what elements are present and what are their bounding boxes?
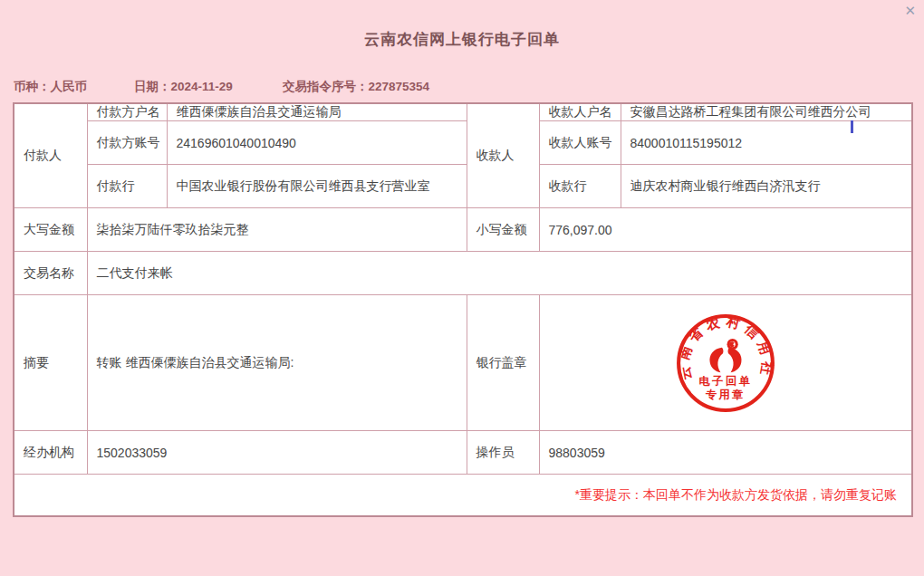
text-cursor [851,120,853,133]
table-row: 摘要 转账 维西傈僳族自治县交通运输局: 银行盖章 云南省农村信用社 [14,295,912,431]
payee-bank-label: 收款行 [539,165,621,208]
amount-figures-value: 776,097.00 [539,208,912,252]
table-row: *重要提示：本回单不作为收款方发货依据，请勿重复记账 [14,475,912,517]
summary-label: 摘要 [14,295,87,431]
page-title: 云南农信网上银行电子回单 [0,29,924,50]
payer-account-value: 24169601040010490 [167,121,467,165]
amount-words-value: 柒拾柒万陆仟零玖拾柒元整 [87,208,467,252]
currency-label: 币种： [14,80,51,93]
summary-value: 转账 维西傈僳族自治县交通运输局: [87,295,467,431]
serial-value: 227875354 [369,80,430,93]
seal-arc-text: 云南省农村信用社 [676,313,775,381]
date-field: 日期：2024-11-29 [134,79,283,95]
operator-value: 98803059 [539,431,912,475]
payee-account-label: 收款人账号 [539,121,621,165]
serial-field: 交易指令序号：227875354 [283,79,429,95]
svg-text:云南省农村信用社: 云南省农村信用社 [676,313,775,381]
close-icon[interactable]: ✕ [904,4,916,17]
payer-bank-value: 中国农业银行股份有限公司维西县支行营业室 [167,165,467,208]
date-label: 日期： [134,80,171,93]
payer-bank-label: 付款行 [87,165,167,208]
table-row: 付款方账号 24169601040010490 收款人账号 8400010115… [14,121,912,165]
bank-seal-label: 银行盖章 [467,295,539,431]
payee-name-label: 收款人户名 [539,103,621,121]
receipt-page: ✕ 云南农信网上银行电子回单 币种：人民币日期：2024-11-29交易指令序号… [0,0,924,576]
bank-seal-cell: 云南省农村信用社 电子回单 专用章 [539,295,912,431]
meta-row: 币种：人民币日期：2024-11-29交易指令序号：227875354 [14,79,910,95]
payee-group-label: 收款人 [467,103,539,208]
payer-group-label: 付款人 [14,103,87,208]
operator-label: 操作员 [467,431,539,475]
important-notice: *重要提示：本回单不作为收款方发货依据，请勿重复记账 [14,475,912,517]
receipt-table: 付款人 付款方户名 维西傈僳族自治县交通运输局 收款人 收款人户名 安徽昌达路桥… [13,102,913,517]
serial-label: 交易指令序号： [283,80,369,93]
payer-account-label: 付款方账号 [87,121,167,165]
payee-name-value: 安徽昌达路桥工程集团有限公司维西分公司 [621,103,912,121]
table-row: 大写金额 柒拾柒万陆仟零玖拾柒元整 小写金额 776,097.00 [14,208,912,252]
table-row: 付款人 付款方户名 维西傈僳族自治县交通运输局 收款人 收款人户名 安徽昌达路桥… [14,103,912,121]
transaction-name-label: 交易名称 [14,252,87,295]
agency-label: 经办机构 [14,431,87,475]
amount-words-label: 大写金额 [14,208,87,252]
table-row: 付款行 中国农业银行股份有限公司维西县支行营业室 收款行 迪庆农村商业银行维西白… [14,165,912,208]
payee-account-value: 8400010115195012 [621,121,912,165]
rural-credit-logo-icon [709,339,741,372]
currency-field: 币种：人民币 [14,79,134,95]
payer-name-value: 维西傈僳族自治县交通运输局 [167,103,467,121]
amount-figures-label: 小写金额 [467,208,539,252]
seal-line2: 专用章 [705,388,746,400]
payer-name-label: 付款方户名 [87,103,167,121]
currency-value: 人民币 [51,80,88,93]
transaction-name-value: 二代支付来帐 [87,252,912,295]
payee-bank-value: 迪庆农村商业银行维西白济汛支行 [621,165,912,208]
table-row: 交易名称 二代支付来帐 [14,252,912,295]
date-value: 2024-11-29 [171,80,233,93]
seal-line1: 电子回单 [698,375,752,388]
table-row: 经办机构 1502033059 操作员 98803059 [14,431,912,475]
bank-seal: 云南省农村信用社 电子回单 专用章 [675,312,776,414]
agency-value: 1502033059 [87,431,467,475]
